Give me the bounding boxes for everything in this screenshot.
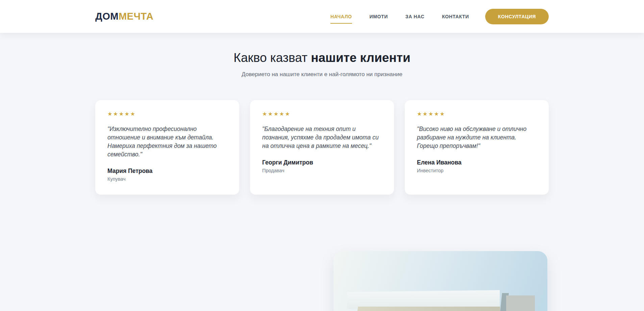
building-roof-slab [347, 290, 500, 309]
section-subtitle: Доверието на нашите клиенти е най-голямо… [95, 71, 549, 78]
testimonial-name: Георги Димитров [262, 159, 382, 166]
testimonial-card: ★★★★★ "Изключително професионално отноше… [95, 100, 239, 194]
brand-logo-primary: ДОМ [95, 11, 119, 22]
testimonial-quote: "Благодарение на техния опит и познания,… [262, 125, 382, 150]
building-underside [349, 307, 500, 311]
building-photo [333, 251, 547, 311]
testimonial-cards: ★★★★★ "Изключително професионално отноше… [95, 100, 549, 194]
star-rating-icon: ★★★★★ [107, 111, 227, 117]
nav-item-properties[interactable]: ИМОТИ [370, 14, 388, 19]
nav-item-contacts[interactable]: КОНТАКТИ [442, 14, 469, 19]
testimonial-role: Купувач [107, 176, 227, 182]
page: { "brand": { "name_primary": "ДОМ", "nam… [0, 0, 644, 311]
testimonial-quote: "Високо ниво на обслужване и отлично раз… [417, 125, 537, 150]
testimonial-name: Мария Петрова [107, 168, 227, 175]
site-header: ДОММЕЧТА НАЧАЛО ИМОТИ ЗА НАС КОНТАКТИ КО… [0, 0, 644, 33]
section-title: Какво казват нашите клиенти [95, 50, 549, 65]
testimonial-name: Елена Иванова [417, 159, 537, 166]
brand-logo-accent: МЕЧТА [119, 11, 153, 22]
consultation-button[interactable]: КОНСУЛТАЦИЯ [485, 9, 549, 24]
building-side-block [506, 295, 535, 311]
brand-logo[interactable]: ДОММЕЧТА [95, 11, 153, 22]
testimonials-section: Какво казват нашите клиенти Доверието на… [0, 33, 644, 195]
star-rating-icon: ★★★★★ [262, 111, 382, 117]
section-title-regular: Какво казват [233, 51, 311, 65]
nav-item-home[interactable]: НАЧАЛО [330, 14, 352, 19]
testimonial-card: ★★★★★ "Благодарение на техния опит и поз… [250, 100, 394, 194]
testimonial-card: ★★★★★ "Високо ниво на обслужване и отлич… [405, 100, 549, 194]
section-title-bold: нашите клиенти [311, 51, 411, 65]
testimonial-quote: "Изключително професионално отношение и … [107, 125, 227, 158]
nav-item-about[interactable]: ЗА НАС [405, 14, 424, 19]
main-nav: НАЧАЛО ИМОТИ ЗА НАС КОНТАКТИ [330, 14, 469, 19]
star-rating-icon: ★★★★★ [417, 111, 537, 117]
testimonial-role: Продавач [262, 168, 382, 173]
testimonial-role: Инвеститор [417, 168, 537, 173]
